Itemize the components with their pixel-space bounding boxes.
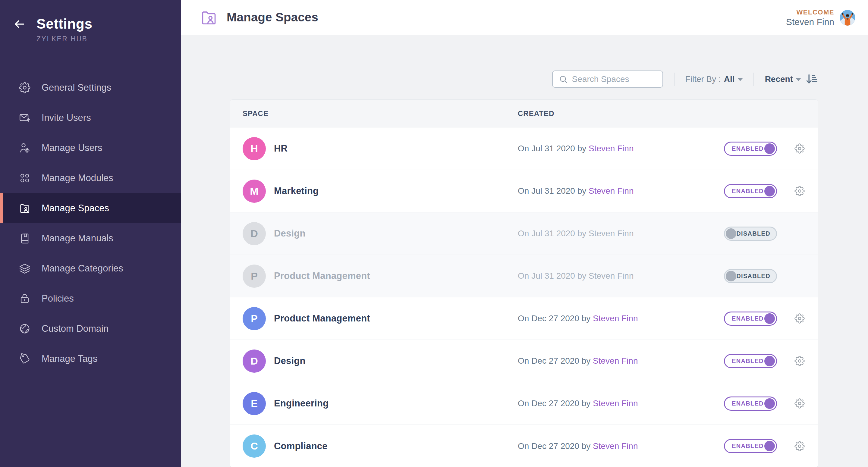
column-header-created: CREATED [518, 110, 818, 118]
lock-icon [19, 292, 31, 305]
status-toggle[interactable]: ENABLED [724, 439, 777, 453]
chevron-down-icon [738, 78, 743, 81]
status-label: DISABLED [736, 273, 770, 280]
user-avatar[interactable] [840, 10, 855, 26]
toggle-knob [764, 356, 775, 366]
status-toggle[interactable]: ENABLED [724, 312, 777, 326]
sidebar-nav: General Settings Invite Users Manage Use… [0, 73, 181, 374]
space-name: HR [274, 143, 287, 154]
sidebar-subtitle: ZYLKER HUB [36, 35, 181, 43]
filter-by-dropdown[interactable]: Filter By : All [685, 74, 743, 84]
created-by-link[interactable]: Steven Finn [589, 186, 633, 195]
row-settings-gear-icon[interactable] [795, 356, 805, 366]
created-cell: On Dec 27 2020 by Steven Finn [518, 356, 724, 366]
spaces-table: SPACE CREATED H HR On Jul 31 2020 by Ste… [230, 99, 818, 467]
column-header-space: SPACE [243, 110, 518, 118]
sort-dropdown[interactable]: Recent [765, 74, 801, 84]
sidebar-item-manage-manuals[interactable]: Manage Manuals [0, 223, 181, 253]
created-text: On Dec 27 2020 by [518, 441, 590, 451]
status-toggle[interactable]: ENABLED [724, 184, 777, 198]
created-by-link[interactable]: Steven Finn [593, 314, 638, 323]
created-by-link[interactable]: Steven Finn [593, 356, 638, 366]
created-cell: On Dec 27 2020 by Steven Finn [518, 399, 724, 408]
chevron-down-icon [796, 78, 801, 81]
space-avatar: D [243, 349, 266, 373]
gear-icon [19, 82, 31, 94]
table-row[interactable]: D Design On Jul 31 2020 by Steven Finn D… [230, 212, 818, 255]
status-toggle[interactable]: ENABLED [724, 397, 777, 411]
toggle-knob [764, 144, 775, 154]
folder-user-icon [200, 9, 218, 26]
sidebar-item-manage-tags[interactable]: Manage Tags [0, 344, 181, 374]
folder-user-icon [19, 202, 31, 214]
sidebar-item-manage-categories[interactable]: Manage Categories [0, 253, 181, 283]
sidebar-item-general-settings[interactable]: General Settings [0, 73, 181, 103]
sidebar-item-invite-users[interactable]: Invite Users [0, 103, 181, 133]
layers-icon [19, 262, 31, 275]
sidebar-item-custom-domain[interactable]: Custom Domain [0, 314, 181, 344]
filter-label: Filter By : [685, 74, 721, 84]
created-cell: On Jul 31 2020 by Steven Finn [518, 144, 724, 153]
created-text: On Jul 31 2020 by [518, 271, 586, 280]
space-avatar: H [243, 137, 266, 160]
row-settings-gear-icon[interactable] [795, 441, 805, 452]
row-settings-gear-icon[interactable] [795, 398, 805, 409]
space-name: Engineering [274, 398, 329, 409]
table-row[interactable]: E Engineering On Dec 27 2020 by Steven F… [230, 382, 818, 425]
space-avatar: P [243, 307, 266, 330]
toggle-knob [726, 271, 736, 281]
user-gear-icon [19, 142, 31, 154]
settings-sidebar: Settings ZYLKER HUB General Settings Inv… [0, 0, 181, 467]
search-box[interactable] [552, 70, 663, 88]
row-settings-gear-icon[interactable] [795, 144, 805, 154]
toggle-knob [764, 313, 775, 324]
page-header: Manage Spaces WELCOME Steven Finn [181, 0, 868, 35]
created-text: On Jul 31 2020 by [518, 144, 586, 153]
created-cell: On Jul 31 2020 by Steven Finn [518, 186, 724, 196]
table-row[interactable]: P Product Management On Jul 31 2020 by S… [230, 255, 818, 298]
space-name: Product Management [274, 271, 370, 281]
status-toggle[interactable]: DISABLED [724, 269, 777, 283]
sidebar-item-manage-modules[interactable]: Manage Modules [0, 163, 181, 193]
created-cell: On Dec 27 2020 by Steven Finn [518, 441, 724, 451]
search-input[interactable] [572, 74, 657, 84]
welcome-label: WELCOME [786, 8, 834, 16]
table-row[interactable]: C Compliance On Dec 27 2020 by Steven Fi… [230, 425, 818, 467]
space-avatar: M [243, 180, 266, 203]
status-toggle[interactable]: ENABLED [724, 354, 777, 368]
created-by-link[interactable]: Steven Finn [593, 441, 638, 451]
status-toggle[interactable]: DISABLED [724, 226, 777, 241]
sidebar-item-label: Invite Users [41, 113, 91, 123]
sidebar-item-policies[interactable]: Policies [0, 283, 181, 314]
space-name: Compliance [274, 441, 328, 452]
status-toggle[interactable]: ENABLED [724, 142, 777, 156]
status-label: ENABLED [732, 357, 764, 365]
table-row[interactable]: H HR On Jul 31 2020 by Steven Finn ENABL… [230, 127, 818, 170]
sidebar-item-manage-spaces[interactable]: Manage Spaces [0, 193, 181, 223]
created-by-link[interactable]: Steven Finn [589, 144, 633, 153]
sort-descending-icon[interactable] [805, 73, 818, 86]
created-by-link[interactable]: Steven Finn [593, 399, 638, 408]
row-settings-gear-icon[interactable] [795, 186, 805, 196]
tag-icon [19, 353, 31, 365]
row-settings-gear-icon[interactable] [795, 313, 805, 323]
back-arrow-icon[interactable] [13, 18, 26, 31]
page-title: Manage Spaces [227, 10, 318, 24]
search-icon [559, 75, 568, 84]
space-name: Product Management [274, 313, 370, 324]
status-label: ENABLED [732, 145, 764, 152]
status-label: DISABLED [736, 230, 770, 237]
welcome-block: WELCOME Steven Finn [786, 0, 855, 35]
toggle-knob [726, 228, 736, 239]
table-row[interactable]: P Product Management On Dec 27 2020 by S… [230, 298, 818, 340]
created-text: On Jul 31 2020 by [518, 186, 586, 195]
created-text: On Dec 27 2020 by [518, 399, 590, 408]
created-text: On Dec 27 2020 by [518, 314, 590, 323]
toggle-knob [764, 186, 775, 196]
created-text: On Dec 27 2020 by [518, 356, 590, 366]
table-row[interactable]: D Design On Dec 27 2020 by Steven Finn E… [230, 340, 818, 382]
list-controls: Filter By : All Recent [181, 70, 818, 88]
sidebar-item-manage-users[interactable]: Manage Users [0, 133, 181, 163]
space-avatar: E [243, 392, 266, 415]
table-row[interactable]: M Marketing On Jul 31 2020 by Steven Fin… [230, 170, 818, 212]
